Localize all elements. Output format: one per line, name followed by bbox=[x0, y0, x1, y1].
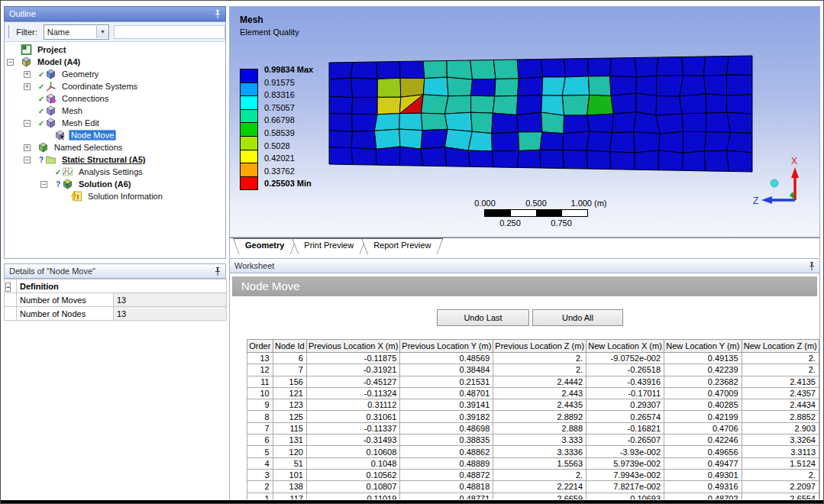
table-row[interactable]: 81250.310610.391822.88920.265740.421992.… bbox=[247, 411, 819, 422]
tree-item-project[interactable]: Project bbox=[5, 44, 225, 56]
table-column-header[interactable]: New Location X (m) bbox=[586, 340, 664, 353]
checkmark-icon: ✓ bbox=[54, 168, 62, 176]
table-cell: 2. bbox=[742, 353, 819, 364]
collapse-icon[interactable]: − bbox=[40, 181, 47, 188]
expand-icon[interactable]: + bbox=[24, 83, 31, 90]
static-structural-icon bbox=[45, 154, 57, 165]
table-row[interactable]: 31010.105620.488722.7.9943e-0020.493012. bbox=[247, 469, 819, 480]
tree-item-analysis-settings[interactable]: ✓Analysis Settings bbox=[5, 166, 225, 178]
toolbar-grip[interactable] bbox=[8, 25, 11, 38]
tree-item-solution-information[interactable]: !Solution Information bbox=[5, 190, 225, 202]
filter-dropdown[interactable]: Name ▼ bbox=[44, 24, 109, 40]
table-cell: 12 bbox=[247, 364, 273, 376]
table-cell: 2. bbox=[493, 353, 586, 364]
table-cell: 123 bbox=[273, 399, 306, 411]
table-cell: -0.43916 bbox=[586, 376, 664, 387]
chevron-down-icon[interactable]: ▼ bbox=[96, 26, 108, 38]
table-cell: 0.47009 bbox=[664, 387, 742, 399]
table-cell: 1.5563 bbox=[493, 457, 586, 469]
collapse-icon[interactable]: − bbox=[7, 59, 14, 66]
legend-color-band bbox=[241, 123, 257, 137]
table-row[interactable]: 91230.311120.391412.44350.293070.402852.… bbox=[247, 399, 819, 411]
table-cell: 0.48862 bbox=[400, 446, 493, 457]
table-cell: 0.39141 bbox=[400, 399, 493, 411]
model-icon bbox=[21, 57, 32, 67]
table-cell: 138 bbox=[273, 481, 306, 493]
table-cell: 0.42246 bbox=[664, 435, 742, 446]
table-row[interactable]: 4510.10480.488891.55635.9739e-0020.49477… bbox=[247, 457, 819, 469]
pin-icon[interactable] bbox=[807, 261, 816, 271]
tab-report-preview[interactable]: Report Preview bbox=[361, 238, 443, 254]
tree-item-node-move[interactable]: Node Move bbox=[5, 129, 225, 141]
table-column-header[interactable]: Previous Location Z (m) bbox=[493, 340, 586, 353]
table-cell: 6 bbox=[247, 435, 273, 446]
connections-icon bbox=[45, 93, 57, 104]
tree-item-mesh-edit[interactable]: −✓Mesh Edit bbox=[5, 117, 225, 129]
table-column-header[interactable]: Previous Location Y (m) bbox=[400, 340, 493, 353]
table-row[interactable]: 127-0.319210.384842.-0.265180.422392. bbox=[247, 364, 819, 376]
tree-item-connections[interactable]: ✓Connections bbox=[5, 92, 225, 105]
table-cell: 125 bbox=[273, 411, 306, 422]
filter-input[interactable] bbox=[114, 25, 225, 39]
table-row[interactable]: 11170.110190.487712.66590.106930.487022.… bbox=[247, 493, 819, 499]
table-row[interactable]: 21380.108070.488182.22147.8217e-0020.493… bbox=[247, 481, 819, 493]
details-group-row[interactable]: − Definition bbox=[5, 279, 227, 293]
details-title-label: Details of "Node Move" bbox=[9, 267, 95, 276]
legend-value-label: 0.5028 bbox=[264, 141, 290, 150]
table-cell: 3 bbox=[247, 469, 273, 480]
table-cell: 0.26574 bbox=[586, 411, 664, 422]
expand-icon[interactable]: + bbox=[24, 71, 31, 78]
table-cell: 7 bbox=[247, 422, 273, 434]
table-column-header[interactable]: New Location Y (m) bbox=[664, 340, 742, 353]
table-column-header[interactable]: Node Id bbox=[273, 340, 306, 353]
table-cell: -0.45127 bbox=[306, 376, 399, 387]
tab-print-preview[interactable]: Print Preview bbox=[292, 238, 366, 254]
expand-icon[interactable]: + bbox=[24, 144, 31, 151]
table-row[interactable]: 136-0.118750.485692.-9.0752e-0020.491352… bbox=[247, 353, 819, 364]
tree-item-geometry[interactable]: +✓Geometry bbox=[5, 68, 225, 80]
legend-value-label: 0.99834 Max bbox=[264, 65, 313, 74]
table-row[interactable]: 10121-0.113240.487012.443-0.170110.47009… bbox=[247, 387, 819, 399]
table-row[interactable]: 6131-0.314930.388353.333-0.265070.422463… bbox=[247, 435, 819, 446]
tree-item-coordinate-systems[interactable]: +✓Coordinate Systems bbox=[5, 80, 225, 92]
details-gutter bbox=[5, 293, 17, 307]
legend-value-label: 0.83316 bbox=[264, 90, 295, 99]
table-cell: 13 bbox=[247, 353, 273, 364]
table-column-header[interactable]: Order bbox=[247, 340, 273, 353]
legend-color-band bbox=[241, 83, 257, 97]
table-cell: 8 bbox=[247, 411, 273, 422]
table-cell: 2.6554 bbox=[742, 493, 819, 499]
collapse-icon[interactable]: − bbox=[5, 283, 11, 292]
tree-item-named-selections[interactable]: +Named Selections bbox=[5, 141, 225, 153]
tab-geometry[interactable]: Geometry bbox=[233, 238, 296, 254]
undo-last-button[interactable]: Undo Last bbox=[437, 309, 529, 326]
table-cell: 0.10807 bbox=[306, 481, 399, 493]
mesh-icon bbox=[45, 105, 57, 116]
table-column-header[interactable]: Previous Location X (m) bbox=[306, 340, 399, 353]
details-property-value[interactable]: 13 bbox=[114, 293, 227, 307]
tree-item-static-structural-a5[interactable]: −?Static Structural (A5) bbox=[5, 153, 225, 166]
table-column-header[interactable]: New Location Z (m) bbox=[742, 340, 819, 353]
undo-all-button[interactable]: Undo All bbox=[532, 309, 623, 326]
table-row[interactable]: 11156-0.451270.215312.4442-0.439160.2368… bbox=[247, 376, 819, 387]
legend-color-band bbox=[241, 69, 257, 83]
geometry-viewport[interactable]: Mesh Element Quality 0.99834 Max0.915750… bbox=[229, 6, 820, 237]
table-cell: 5.9739e-002 bbox=[586, 457, 664, 469]
table-cell: 2.8852 bbox=[742, 411, 819, 422]
table-cell: 0.31112 bbox=[306, 399, 399, 411]
tree-item-model-a4[interactable]: −Model (A4) bbox=[5, 56, 225, 68]
details-property-value[interactable]: 13 bbox=[114, 307, 227, 321]
table-row[interactable]: 51200.106080.488623.3336-3.93e-0020.4965… bbox=[247, 446, 819, 457]
collapse-icon[interactable]: − bbox=[24, 157, 31, 163]
table-row[interactable]: 7115-0.113370.486982.888-0.168210.47062.… bbox=[247, 422, 819, 434]
outline-panel-body: Filter: Name ▼ Project−Model (A4)+✓Geome… bbox=[4, 21, 226, 259]
collapse-icon[interactable]: − bbox=[24, 120, 31, 127]
tree-item-solution-a6[interactable]: −??Solution (A6) bbox=[5, 178, 225, 190]
checkmark-icon: ✓ bbox=[37, 119, 45, 128]
pin-icon[interactable] bbox=[213, 267, 222, 276]
window-bottom-border bbox=[1, 500, 823, 503]
table-cell: 3.333 bbox=[493, 435, 586, 446]
mesh-canvas[interactable] bbox=[230, 7, 820, 237]
tree-item-mesh[interactable]: ✓Mesh bbox=[5, 105, 225, 117]
pin-icon[interactable] bbox=[213, 9, 222, 19]
